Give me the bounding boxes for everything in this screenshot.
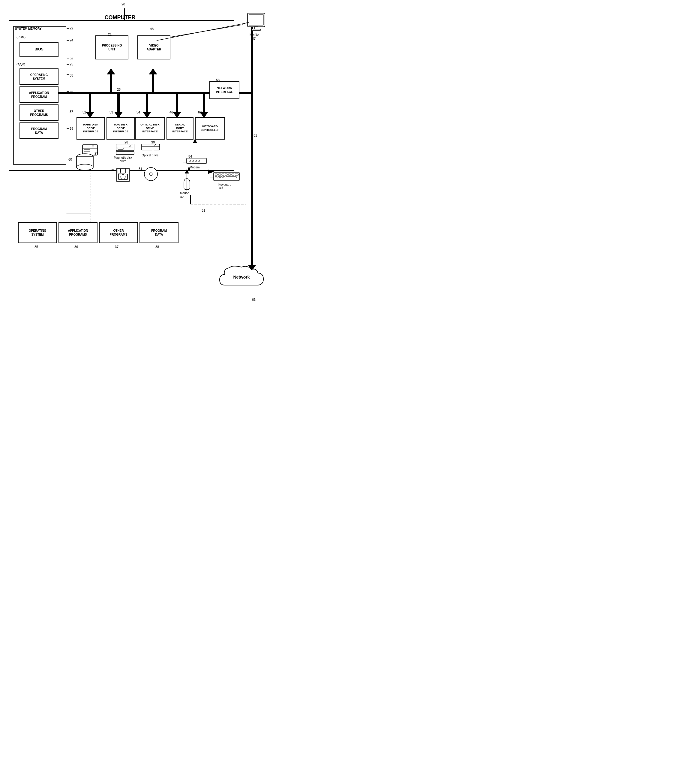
svg-point-64 [76,164,93,170]
label-mouse: Mouse [180,191,189,195]
hard-disk-cylinder [74,153,95,172]
svg-marker-19 [107,68,115,75]
box-keyboard-controller: KEYBOARDCONTROLLER [195,117,225,140]
label-31: 31 [139,167,142,171]
svg-marker-21 [149,68,157,75]
box-optical-disk-interface: OPTICAL DISKDRIVEINTERFACE [135,117,165,140]
label-system-memory: SYSTEM MEMORY [15,27,42,30]
label-24: 24 [70,39,73,42]
keyboard-icon [213,172,240,184]
label-26: 26 [70,57,73,61]
label-48: 48 [150,27,154,31]
box-other-bottom: OTHERPROGRAMS [99,222,138,243]
label-37: 37 [70,110,73,114]
label-36b: 36 [74,245,78,249]
label-54: 54 [188,155,192,158]
label-rom: (ROM) [17,36,25,39]
mouse-icon [182,177,191,192]
monitor-icon [246,12,267,33]
label-30: 30 [151,140,155,144]
svg-rect-100 [249,14,264,25]
label-modem: Modem [189,166,200,169]
label-32: 32 [82,110,86,114]
label-23: 23 [117,88,121,91]
label-51: 51 [253,134,257,137]
label-22: 22 [70,26,73,30]
box-mag-disk-interface: MAG DISKDRIVEINTERFACE [107,117,135,140]
svg-rect-69 [116,152,134,155]
svg-rect-71 [118,168,126,173]
label-monitor: Monitor [250,33,259,36]
svg-text:Network: Network [233,275,250,280]
label-34: 34 [137,110,140,114]
diagram-container: 20 COMPUTER SYSTEM MEMORY 22 (ROM) 24 BI… [0,0,270,313]
label-35b: 35 [34,245,38,249]
label-computer: COMPUTER [90,14,150,21]
label-magnetic-disk-drive: Magnetic disk drive [111,156,135,163]
box-hard-disk-interface: HARD DISKDRIVEINTERFACE [76,117,105,140]
box-prog-bottom: PROGRAMDATA [140,222,178,243]
label-40: 40 [219,186,223,190]
label-38b: 38 [155,245,159,249]
svg-line-56 [159,25,243,39]
label-29: 29 [110,168,114,172]
svg-rect-75 [141,144,160,150]
svg-marker-107 [185,169,189,174]
box-operating-system: OPERATINGSYSTEM [20,68,59,85]
label-62: 62 [198,110,202,114]
box-serial-port-interface: SERIALPORTINTERFACE [166,117,194,140]
disc-icon [143,166,158,183]
label-63: 63 [252,298,256,301]
label-36: 36 [70,90,73,93]
box-video-adapter: VIDEOADAPTER [137,36,171,59]
svg-line-111 [157,22,249,40]
label-38: 38 [70,127,73,130]
label-33: 33 [110,110,113,114]
floppy-icon [115,168,130,184]
label-37b: 37 [115,245,118,249]
mag-disk-icon [115,143,135,157]
box-bios: BIOS [20,42,59,57]
label-20: 20 [121,2,125,6]
box-application-program: APPLICATIONPROGRAM [20,86,59,103]
box-processing-unit: PROCESSINGUNIT [95,36,129,59]
box-os-bottom: OPERATINGSYSTEM [18,222,57,243]
label-60: 60 [68,157,72,161]
label-ram: (RAM) [17,63,25,66]
label-35: 35 [70,73,73,77]
box-app-bottom: APPLICATIONPROGRAMS [59,222,98,243]
label-42: 42 [180,195,184,199]
label-optical-drive: Optical drive [138,154,162,157]
modem-icon [186,157,207,166]
label-28: 28 [124,140,128,144]
optical-drive-icon [141,143,160,154]
box-program-data: PROGRAMDATA [20,123,59,139]
label-47: 47 [252,37,256,40]
svg-rect-101 [254,27,258,29]
label-46: 46 [169,110,173,114]
svg-rect-74 [120,169,121,173]
label-25: 25 [70,62,73,66]
svg-rect-65 [116,144,134,151]
box-network-interface: NETWORKINTERFACE [209,81,239,99]
label-51b: 51 [202,208,205,212]
svg-rect-72 [118,174,127,179]
svg-point-79 [149,173,152,176]
svg-rect-102 [252,29,261,31]
box-other-programs: OTHERPROGRAMS [20,104,59,121]
network-cloud: Network [216,264,267,304]
